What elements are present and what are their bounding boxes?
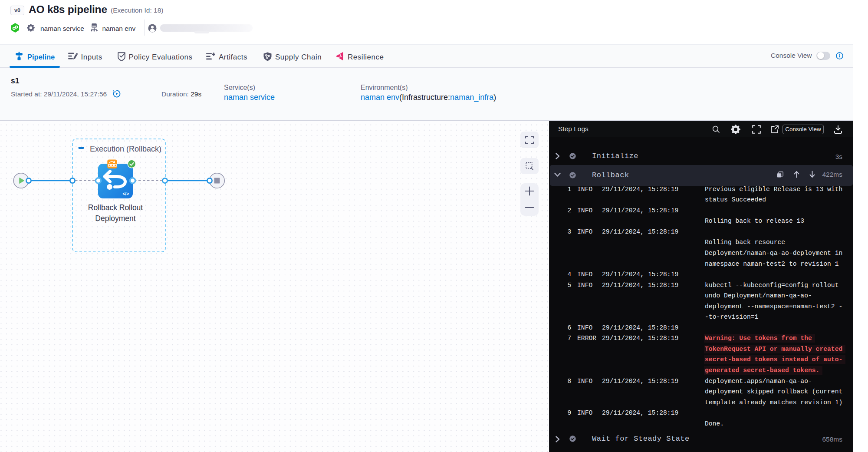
svg-text:</>: </> [123, 191, 129, 196]
